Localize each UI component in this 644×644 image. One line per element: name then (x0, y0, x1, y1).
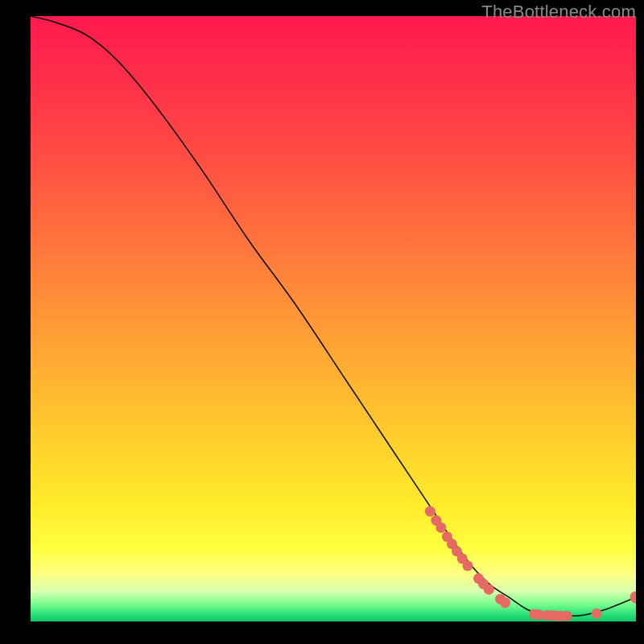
data-point (484, 584, 494, 595)
data-point (592, 609, 602, 619)
data-point (462, 560, 473, 571)
data-point (562, 611, 572, 621)
data-point (630, 591, 637, 603)
chart-frame: TheBottleneck.com (0, 0, 644, 644)
curve-layer (31, 16, 636, 621)
data-point (425, 506, 436, 517)
bottleneck-curve (31, 16, 636, 616)
plot-area (31, 16, 636, 621)
data-point (500, 597, 510, 608)
marker-layer (425, 506, 636, 621)
data-point (436, 522, 446, 533)
watermark-text: TheBottleneck.com (481, 2, 636, 23)
